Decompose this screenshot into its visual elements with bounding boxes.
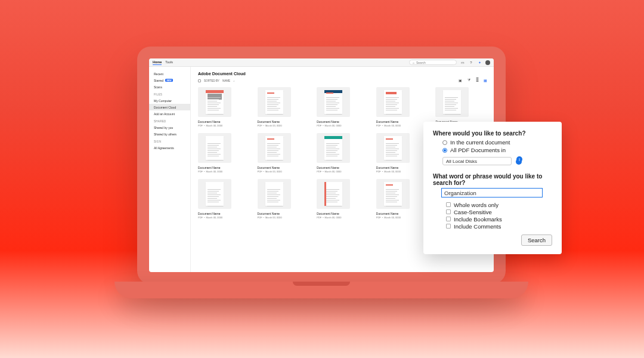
tab-tools[interactable]: Tools	[165, 60, 173, 64]
radio-current-document[interactable]: In the current document	[442, 138, 552, 146]
document-card[interactable]: Document Name PDF•Month 00, 0000	[376, 133, 428, 173]
check-include-bookmarks[interactable]: Include Bookmarks	[446, 215, 552, 223]
document-card[interactable]: Document Name PDF•Month 00, 0000	[376, 179, 428, 219]
document-name: Document Name	[376, 212, 428, 215]
sorted-by-value[interactable]: NAME	[222, 79, 230, 82]
sidebar-item-scans[interactable]: Scans	[149, 84, 190, 90]
document-card[interactable]: Document Name PDF•Month 00, 0000	[258, 87, 309, 127]
sidebar-item-label: Shared by you	[154, 126, 173, 129]
marketing-backdrop: Home Tools ⌕ Search ▭ ? ✦ Recent Starr	[0, 0, 644, 358]
sidebar-item-label: Document Cloud	[154, 106, 176, 109]
dropdown-value: All Local Disks	[446, 159, 477, 164]
document-thumbnail	[376, 179, 410, 209]
document-meta: PDF•Month 00, 0000	[258, 216, 309, 219]
sidebar-item-shared-by-you[interactable]: Shared by you	[149, 124, 190, 131]
document-name: Document Name	[317, 166, 368, 169]
document-card[interactable]: Document Name PDF•Month 00, 0000	[198, 179, 249, 219]
sidebar-item-label: All Agreements	[154, 146, 174, 150]
document-thumbnail	[258, 179, 291, 209]
document-meta: PDF•Month 00, 0000	[376, 216, 428, 219]
document-meta: PDF•Month 00, 0000	[376, 124, 428, 127]
search-term-question: What word or phrase would you like to se…	[433, 173, 552, 186]
sidebar-item-label: Starred	[154, 79, 163, 82]
titlebar: Home Tools ⌕ Search ▭ ? ✦	[149, 58, 494, 67]
sidebar-item-label: Scans	[154, 85, 162, 89]
document-thumbnail	[317, 133, 350, 163]
folder-icon[interactable]: ▣	[458, 78, 463, 82]
document-thumbnail	[258, 87, 291, 117]
tab-home[interactable]: Home	[153, 60, 162, 65]
document-thumbnail	[435, 87, 469, 117]
document-card[interactable]: Document Name PDF•Month 00, 0000	[258, 179, 309, 219]
info-icon[interactable]: i	[516, 156, 522, 162]
sort-direction-icon[interactable]: ↓	[233, 79, 234, 82]
sidebar-item-add-account[interactable]: Add an Account	[149, 110, 190, 117]
sidebar-item-label: Add an Account	[154, 112, 175, 116]
sidebar: Recent StarredNEW Scans FILES My Compute…	[149, 67, 191, 272]
document-meta: PDF•Month 00, 0000	[258, 170, 309, 173]
list-view-icon[interactable]: ≣	[475, 78, 479, 82]
sorted-by-label: SORTED BY	[204, 79, 219, 82]
document-meta: PDF•Month 00, 0000	[376, 170, 428, 173]
page-title: Adobe Document Cloud	[198, 72, 487, 76]
sidebar-heading-shared: SHARED	[149, 117, 190, 124]
document-card[interactable]: Document Name PDF•Month 00, 0000	[317, 87, 368, 127]
check-label: Include Comments	[454, 223, 501, 230]
document-meta: PDF•Month 00, 0000	[317, 124, 368, 127]
document-card[interactable]: Document Name PDF•Month 00, 0000	[317, 179, 368, 219]
radio-icon	[442, 140, 447, 145]
sidebar-item-shared-by-others[interactable]: Shared by others	[149, 131, 190, 137]
search-button[interactable]: Search	[521, 234, 552, 246]
sidebar-item-label: My Computer	[154, 99, 172, 103]
help-icon[interactable]: ?	[469, 60, 473, 65]
sidebar-heading-files: FILES	[149, 90, 190, 97]
document-meta: PDF•Month 00, 0000	[198, 124, 249, 127]
sidebar-item-document-cloud[interactable]: Document Cloud	[149, 104, 190, 110]
location-dropdown[interactable]: All Local Disks	[442, 157, 512, 165]
document-name: Document Name	[198, 120, 249, 124]
radio-all-pdf-documents[interactable]: All PDF Documents in	[442, 146, 552, 154]
check-include-comments[interactable]: Include Comments	[446, 223, 552, 230]
sidebar-item-label: Recent	[154, 72, 163, 76]
document-thumbnail	[376, 133, 410, 163]
document-meta: PDF•Month 00, 0000	[317, 216, 368, 219]
checkbox-icon	[446, 217, 451, 221]
check-label: Include Bookmarks	[454, 216, 502, 223]
search-term-input[interactable]	[441, 188, 543, 197]
chat-icon[interactable]: ▭	[460, 60, 465, 65]
document-name: Document Name	[376, 120, 428, 124]
bell-icon[interactable]: ✦	[477, 60, 482, 65]
document-name: Document Name	[376, 166, 428, 169]
document-name: Document Name	[258, 212, 309, 215]
check-case-sensitive[interactable]: Case-Sensitive	[446, 208, 552, 215]
document-meta: PDF•Month 00, 0000	[198, 170, 249, 173]
sidebar-item-starred[interactable]: StarredNEW	[149, 77, 190, 84]
global-search-input[interactable]: ⌕ Search	[409, 60, 457, 65]
document-name: Document Name	[258, 166, 309, 169]
document-card[interactable]: Document Name PDF•Month 00, 0000	[198, 87, 249, 127]
select-all-checkbox[interactable]	[198, 79, 201, 82]
filter-icon[interactable]: ⧩	[466, 78, 471, 82]
document-card[interactable]: Document Name PDF•Month 00, 0000	[435, 87, 487, 127]
document-name: Document Name	[317, 212, 368, 215]
document-thumbnail	[317, 179, 350, 209]
sidebar-item-my-computer[interactable]: My Computer	[149, 97, 190, 104]
document-card[interactable]: Document Name PDF•Month 00, 0000	[258, 133, 309, 173]
sort-bar: SORTED BY NAME ↓	[198, 79, 487, 82]
document-name: Document Name	[258, 120, 309, 124]
search-placeholder: Search	[416, 61, 426, 64]
document-meta: PDF•Month 00, 0000	[198, 216, 249, 219]
advanced-search-panel: Where would you like to search? In the c…	[423, 122, 562, 254]
radio-label: In the current document	[450, 139, 510, 146]
check-label: Case-Sensitive	[454, 209, 492, 215]
check-whole-words[interactable]: Whole words only	[446, 201, 552, 208]
grid-view-icon[interactable]: ▦	[483, 78, 488, 82]
document-thumbnail	[198, 179, 231, 209]
sidebar-item-recent[interactable]: Recent	[149, 70, 190, 77]
document-card[interactable]: Document Name PDF•Month 00, 0000	[376, 87, 428, 127]
document-card[interactable]: Document Name PDF•Month 00, 0000	[198, 133, 249, 173]
check-label: Whole words only	[454, 202, 499, 208]
avatar[interactable]	[485, 60, 490, 65]
document-card[interactable]: Document Name PDF•Month 00, 0000	[317, 133, 368, 173]
sidebar-item-all-agreements[interactable]: All Agreements	[149, 144, 190, 151]
